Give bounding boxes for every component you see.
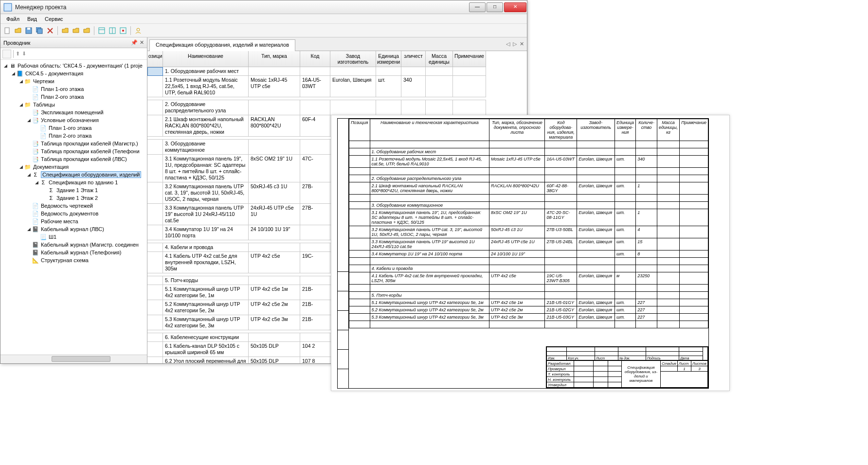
grid-cell[interactable]: 47C- [300,155,330,182]
grid-cell[interactable]: RACKLAN 800*800*42U [249,115,300,137]
grid-cell[interactable] [147,67,163,76]
pin-icon[interactable]: 📌 [131,39,138,46]
grid-cell[interactable]: 5. Пэтч-корды [163,276,249,285]
tree-b1f1[interactable]: Здание 1 Этаж 1 [56,187,98,193]
column-header[interactable]: эличест [401,51,426,67]
grid-cell[interactable] [147,285,163,300]
tab-close-icon[interactable]: ✕ [520,41,524,47]
maximize-button[interactable]: □ [487,2,503,12]
grid-cell[interactable] [426,67,453,76]
grid-cell[interactable] [426,76,453,97]
grid-cell[interactable]: UTP 4x2 c5e 2м [249,300,300,315]
grid-cell[interactable]: 4. Кабели и провода [163,243,249,252]
grid-cell[interactable]: шт. [376,76,401,97]
tree-symbols[interactable]: Условные обозначения [41,117,99,123]
grid-cell[interactable]: 3.1 Коммутационная панель 19", 1U, предс… [163,155,249,182]
close-button[interactable]: ✕ [504,2,526,12]
column-header[interactable]: Тип, марка [249,51,300,67]
grid-cell[interactable] [300,333,330,342]
column-header[interactable]: озици [147,51,163,67]
grid-cell[interactable]: 24xRJ-45 UTP c5e 1U [249,204,300,225]
grid-cell[interactable]: 340 [401,76,426,97]
tree-root[interactable]: Рабочая область: 'СКС4.5 - документация'… [18,63,143,69]
tree-vdoc[interactable]: Ведомость документов [41,211,98,216]
tb-saveall-icon[interactable] [35,26,44,36]
tree-cab-tel[interactable]: Таблица прокладки кабелей (Телефони [41,148,140,154]
grid-cell[interactable]: 107 8 [300,357,330,363]
grid-cell[interactable] [300,140,330,155]
tb-grid2-icon[interactable] [108,26,117,36]
grid-cell[interactable] [300,67,330,76]
tree-plan1[interactable]: План 1-ого этажа [41,86,84,92]
tree-sym-p1[interactable]: План 1-ого этажа [49,125,91,131]
grid-cell[interactable]: 21B- [300,300,330,315]
grid-cell[interactable] [147,243,163,252]
tree-cab-lvs[interactable]: Таблица прокладки кабелей (ЛВС) [41,156,127,162]
column-header[interactable]: Наименование [163,51,249,67]
grid-cell[interactable] [249,276,300,285]
tb-grid1-icon[interactable] [97,26,107,36]
grid-cell[interactable] [249,67,300,76]
grid-cell[interactable] [147,252,163,273]
grid-cell[interactable]: 6.2 Угол плоский переменный для короба 5… [163,357,249,363]
grid-cell[interactable] [453,100,486,115]
minimize-button[interactable]: — [469,2,486,12]
grid-cell[interactable] [376,100,401,115]
tree-kj-tel[interactable]: Кабельный журнал (Телефония) [41,250,122,255]
tree-spec[interactable]: Спецификация оборудования, изделий [41,171,141,178]
tree-sym-p2[interactable]: План 2-ого этажа [49,133,91,139]
tree-sh1[interactable]: Ш1 [49,234,56,240]
tree-struct[interactable]: Структурная схема [41,257,89,263]
grid-cell[interactable] [147,115,163,137]
sb-tb-1[interactable] [2,50,11,58]
grid-cell[interactable] [426,100,453,115]
tab-next-icon[interactable]: ▷ [513,41,517,47]
grid-cell[interactable] [147,342,163,357]
tree-kj-mag[interactable]: Кабельный журнал (Магистр. соединен [41,242,139,248]
grid-cell[interactable]: 3.3 Коммутационная панель UTP 19" высото… [163,204,249,225]
grid-cell[interactable]: 21B- [300,315,330,330]
column-header[interactable]: Масса единицы [426,51,453,67]
tab-prev-icon[interactable]: ◁ [506,41,510,47]
grid-cell[interactable] [147,204,163,225]
menu-service[interactable]: Сервис [41,15,67,23]
grid-cell[interactable] [300,225,330,240]
tb-profile-icon[interactable] [133,26,143,36]
grid-cell[interactable]: UTP 4x2 c5e [249,252,300,273]
sidebar-close-icon[interactable]: ✕ [140,39,144,46]
tb-folder3-icon[interactable] [82,26,91,36]
grid-cell[interactable]: 1. Оборудование рабочих мест [163,67,249,76]
tree-plan2[interactable]: План 2-ого этажа [41,94,84,100]
grid-cell[interactable]: 21B- [300,285,330,300]
grid-cell[interactable]: UTP 4x2 c5e 1м [249,285,300,300]
down-arrow-icon[interactable]: ⬇ [22,51,26,57]
grid-cell[interactable] [147,357,163,363]
grid-cell[interactable]: 5.3 Коммутационный шнур UTP 4x2 категори… [163,315,249,330]
tree-spec-b1[interactable]: Спецификация по зданию 1 [49,179,118,185]
grid-cell[interactable] [300,276,330,285]
grid-cell[interactable]: 2.1 Шкаф монтажный напольный RACKLAN 800… [163,115,249,137]
tree-rooms[interactable]: Экспликация помещений [41,109,104,115]
grid-cell[interactable]: 2. Оборудование распределительного узла [163,100,249,115]
grid-cell[interactable]: 3.4 Коммутатор 1U 19" на 24 10/100 порта [163,225,249,240]
grid-cell[interactable]: 50x105 DLP [249,342,300,357]
grid-cell[interactable]: 6. Кабеленесущие конструкции [163,333,249,342]
grid-cell[interactable] [147,100,163,115]
tree-b1f2[interactable]: Здание 1 Этаж 2 [56,195,98,201]
grid-cell[interactable] [453,67,486,76]
grid-cell[interactable] [147,155,163,182]
grid-cell[interactable]: 60F-4 [300,115,330,137]
column-header[interactable]: Единица измерени [376,51,401,67]
tb-folder2-icon[interactable] [71,26,81,36]
tree-vdraw[interactable]: Ведомость чертежей [41,203,93,209]
tree-tables[interactable]: Таблицы [33,102,55,107]
grid-cell[interactable]: 19C- [300,252,330,273]
grid-cell[interactable] [300,100,330,115]
grid-cell[interactable] [147,276,163,285]
grid-cell[interactable]: 27B- [300,204,330,225]
menu-view[interactable]: Вид [23,15,41,23]
grid-cell[interactable] [330,67,376,76]
grid-cell[interactable] [376,67,401,76]
grid-cell[interactable]: 1.1 Розеточный модуль Mosaic 22,5x45, 1 … [163,76,249,97]
column-header[interactable]: Код [300,51,330,67]
